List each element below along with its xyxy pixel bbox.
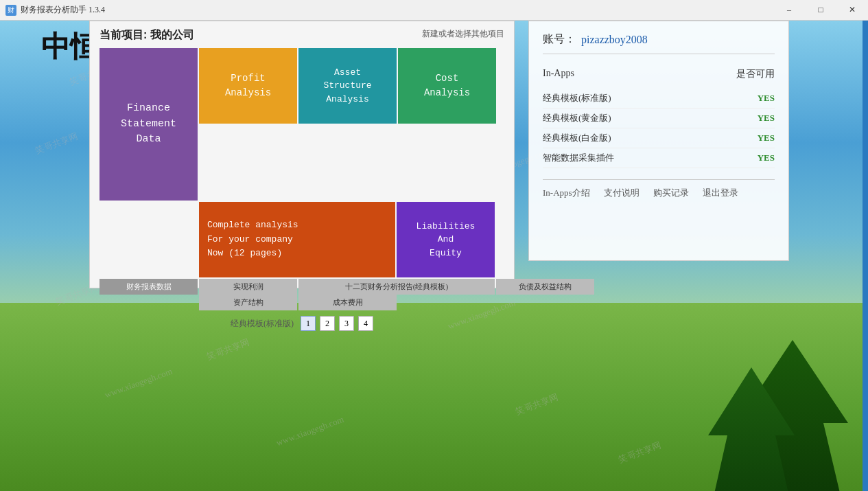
tile-cost-text: CostAnalysis [424, 71, 470, 100]
app-icon: 财 [5, 5, 16, 16]
footer-link[interactable]: In-Apps介绍 [543, 187, 590, 199]
label-complete: 十二页财务分析报告(经典模板) [298, 279, 495, 295]
in-apps-header: In-Apps 是否可用 [543, 68, 775, 80]
feature-status: YES [758, 93, 775, 104]
availability-label: 是否可用 [736, 68, 775, 80]
feature-row: 经典模板(白金版)YES [543, 128, 775, 148]
right-edge-bar [863, 21, 868, 491]
page-btn-1[interactable]: 1 [301, 316, 316, 331]
feature-name: 经典模板(黄金版) [543, 112, 611, 124]
feature-row: 经典模板(黄金版)YES [543, 109, 775, 128]
page-nav-label: 经典模板(标准版) [231, 318, 294, 330]
tile-asset-text: AssetStructureAnalysis [323, 66, 371, 106]
tile-liabilities-text: LiabilitiesAndEquity [417, 220, 476, 260]
label-profit: 实现利润 [199, 279, 297, 295]
maximize-button[interactable]: □ [805, 0, 836, 21]
bottom-labels: 财务报表数据 实现利润 十二页财务分析报告(经典模板) 负债及权益结构 [90, 279, 514, 295]
label-cost: 成本费用 [298, 295, 397, 310]
tile-liabilities[interactable]: LiabilitiesAndEquity [397, 202, 495, 277]
tile-cost[interactable]: CostAnalysis [398, 48, 496, 124]
feature-name: 智能数据采集插件 [543, 152, 614, 164]
feature-row: 智能数据采集插件YES [543, 148, 775, 168]
label-liabilities: 负债及权益结构 [496, 279, 594, 295]
account-value: pizazzboy2008 [581, 34, 648, 46]
right-panel-footer: In-Apps介绍支付说明购买记录退出登录 [543, 179, 775, 199]
page-btn-3[interactable]: 3 [339, 316, 354, 331]
footer-link[interactable]: 购买记录 [653, 187, 689, 199]
tile-profit-text: ProfitAnalysis [225, 71, 271, 100]
page-btn-4[interactable]: 4 [358, 316, 373, 331]
tile-finance-text: FinanceStatementData [121, 101, 176, 148]
tile-profit[interactable]: ProfitAnalysis [199, 48, 297, 124]
panel-header: 当前项目: 我的公司 新建或者选择其他项目 [90, 21, 514, 47]
feature-row: 经典模板(标准版)YES [543, 89, 775, 109]
feature-name: 经典模板(白金版) [543, 132, 611, 144]
tile-complete[interactable]: Complete analysisFor your companyNow (12… [199, 202, 395, 277]
project-label: 当前项目: 我的公司 [99, 28, 194, 43]
tiles-row2: Complete analysisFor your companyNow (12… [90, 202, 514, 277]
account-row: 账号： pizazzboy2008 [543, 32, 775, 54]
new-project-label: 新建或者选择其他项目 [422, 28, 504, 40]
right-panel: 账号： pizazzboy2008 In-Apps 是否可用 经典模板(标准版)… [528, 21, 789, 261]
account-label: 账号： [543, 32, 576, 47]
minimize-button[interactable]: – [773, 0, 805, 21]
window-controls: – □ ✕ [773, 0, 868, 21]
label-spacer2 [99, 295, 198, 310]
close-button[interactable]: ✕ [836, 0, 868, 21]
bottom-labels2: 资产结构 成本费用 [90, 295, 514, 310]
main-panel: 当前项目: 我的公司 新建或者选择其他项目 FinanceStatementDa… [89, 21, 515, 288]
label-finance: 财务报表数据 [99, 279, 198, 295]
page-navigation: 经典模板(标准版) 1 2 3 4 [90, 310, 514, 336]
in-apps-label: In-Apps [543, 68, 574, 80]
window-title: 财务报表分析助手 1.3.4 [21, 4, 105, 16]
tile-complete-text: Complete analysisFor your companyNow (12… [207, 218, 298, 261]
label-asset: 资产结构 [199, 295, 297, 310]
feature-status: YES [758, 152, 775, 163]
page-btn-2[interactable]: 2 [320, 316, 335, 331]
label-spacer3 [398, 295, 496, 310]
feature-status: YES [758, 133, 775, 144]
footer-link[interactable]: 支付说明 [604, 187, 640, 199]
window-title-area: 财 财务报表分析助手 1.3.4 [0, 4, 105, 16]
feature-status: YES [758, 113, 775, 124]
tile-asset[interactable]: AssetStructureAnalysis [298, 48, 397, 124]
window-chrome: 财 财务报表分析助手 1.3.4 – □ ✕ [0, 0, 868, 21]
tile-finance[interactable]: FinanceStatementData [99, 48, 198, 201]
footer-link[interactable]: 退出登录 [703, 187, 738, 199]
tile-spacer [99, 202, 198, 277]
features-list: 经典模板(标准版)YES经典模板(黄金版)YES经典模板(白金版)YES智能数据… [543, 89, 775, 168]
tiles-row1: FinanceStatementData ProfitAnalysis Asse… [90, 48, 514, 201]
feature-name: 经典模板(标准版) [543, 92, 611, 104]
